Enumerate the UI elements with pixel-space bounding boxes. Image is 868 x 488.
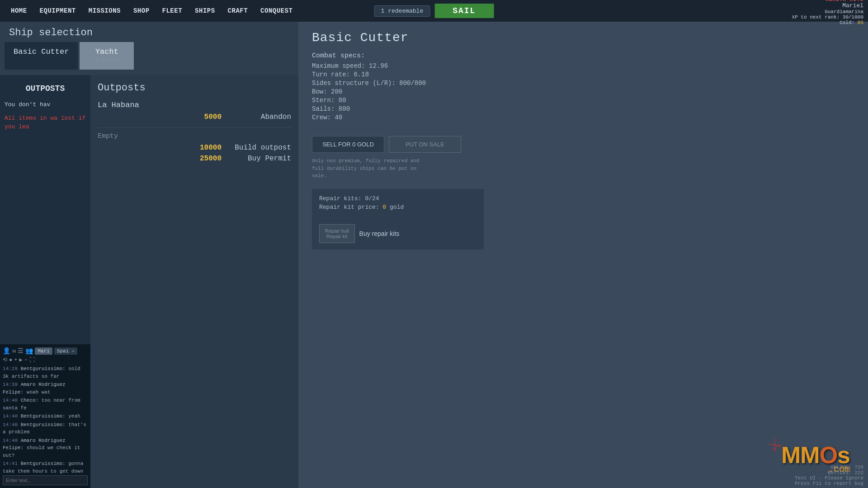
chat-input[interactable] <box>3 475 88 485</box>
player-name: Mariel <box>792 2 863 9</box>
top-navigation: HOME EQUIPMENT MISSIONS SHOP FLEET SHIPS… <box>0 0 868 22</box>
outposts-right-title: Outposts <box>98 82 291 94</box>
nav-equipment[interactable]: EQUIPMENT <box>33 7 82 14</box>
repair-buttons-row: Repair hull Repair kit Buy repair kits <box>319 224 476 243</box>
nav-missions[interactable]: MISSIONS <box>82 7 127 14</box>
chat-icon-list[interactable]: ☰ <box>18 347 24 355</box>
outpost-divider <box>98 127 291 128</box>
sell-button[interactable]: SELL FOR 0 GOLD <box>312 136 384 153</box>
chat-area: 👤 ✉ ☰ 👥 Mari Spai ✕ ⟲ ● + ▶ − ⛶ 14:29 Be… <box>0 344 90 488</box>
chat-message-line: 14:40 Bentguruissimo: yeah <box>3 413 88 420</box>
outpost-build-row: 10000 Build outpost <box>98 144 291 152</box>
chat-message-line: 14:41 Bentguruissimo: gonna take them ho… <box>3 460 88 474</box>
xp-info: XP to next rank: 30/1000 <box>792 14 863 20</box>
outpost-build-button[interactable]: Build outpost <box>228 144 291 152</box>
mmos-watermark: ⚔ MMOs .com <box>781 441 850 474</box>
spec-sides-structure: Sides structure (L/R): 800/800 <box>312 80 854 87</box>
ship-tab-yacht-sub: La Habana <box>89 58 125 64</box>
buy-repair-kits-button[interactable]: Buy repair kits <box>359 230 400 237</box>
sale-note: Only non premium, fully repaired and ful… <box>312 157 429 180</box>
report-note: Press F11 to report bug <box>795 481 863 486</box>
spec-max-speed: Maximum speed: 12.96 <box>312 62 854 70</box>
redeemable-badge[interactable]: 1 redeemable <box>374 5 430 17</box>
put-on-sale-button[interactable]: PUT ON SALE <box>389 136 461 153</box>
main-area: Ship selection Basic Cutter Yacht La Hab… <box>0 22 868 488</box>
spec-crew: Crew: 40 <box>312 114 854 121</box>
outpost-empty-label: Empty <box>98 132 291 140</box>
ship-detail-title: Basic Cutter <box>312 31 854 45</box>
nav-conquest[interactable]: CONQUEST <box>254 7 299 14</box>
chat-ctrl-next[interactable]: ▶ <box>19 357 22 363</box>
rank-label: Guardiamarina <box>792 9 863 14</box>
chat-icon-mail[interactable]: ✉ <box>12 347 16 355</box>
chat-ctrl-expand[interactable]: ⛶ <box>29 357 35 363</box>
nav-craft[interactable]: CRAFT <box>222 7 255 14</box>
spec-sails: Sails: 800 <box>312 105 854 113</box>
sail-button[interactable]: SAIL <box>434 4 494 18</box>
spec-stern: Stern: 80 <box>312 97 854 104</box>
right-panel: Basic Cutter Combat specs: Maximum speed… <box>298 22 868 488</box>
chat-message-line: 14:40 Amaro Rodriguez Felipe: should we … <box>3 437 88 460</box>
chat-ctrl-minus[interactable]: − <box>24 357 28 363</box>
chat-messages: 14:29 Bentguruissimo: sold 3k artifacts … <box>3 365 88 474</box>
outpost-permit-button[interactable]: Buy Permit <box>228 155 291 163</box>
chat-ctrl-add[interactable]: + <box>14 357 17 363</box>
outpost-la-habana-name: La Habana <box>98 101 291 109</box>
repair-section: Repair kits: 0/24 Repair kit price: 0 go… <box>312 189 484 249</box>
chat-channel-close[interactable]: ✕ <box>72 349 75 354</box>
chat-ctrl-circle[interactable]: ● <box>9 357 12 363</box>
chat-message-line: 14:39 Amaro Rodriguez Felipe: woah wat <box>3 381 88 396</box>
outposts-title: OUTPOSTS <box>5 84 86 93</box>
outpost-build-cost: 10000 <box>200 144 222 152</box>
outpost-abandon-cost: 5000 <box>204 113 222 121</box>
outpost-permit-cost: 25000 <box>200 155 222 163</box>
ship-tabs: Basic Cutter Yacht La Habana <box>0 42 298 70</box>
chat-message-line: 14:40 Checo: too near from santa fe <box>3 397 88 412</box>
nav-home[interactable]: HOME <box>5 7 33 14</box>
outpost-la-habana: La Habana 5000 Abandon <box>98 101 291 121</box>
gold-info: Cold: 85 <box>792 20 863 25</box>
ship-tab-yacht[interactable]: Yacht La Habana <box>80 42 134 70</box>
repair-kits-info: Repair kits: 0/24 <box>319 195 476 202</box>
ship-selection-header: Ship selection <box>0 22 298 42</box>
ship-actions: SELL FOR 0 GOLD PUT ON SALE Only non pre… <box>312 136 854 180</box>
nav-fleet[interactable]: FLEET <box>156 7 189 14</box>
outposts-right: Outposts La Habana 5000 Abandon Empty 10… <box>90 75 298 488</box>
repair-kit-price: Repair kit price: 0 gold <box>319 204 476 211</box>
repair-hull-button[interactable]: Repair hull Repair kit <box>319 224 355 243</box>
outpost-empty: Empty 10000 Build outpost 25000 Buy Perm… <box>98 132 291 163</box>
nav-shop[interactable]: SHOP <box>127 7 156 14</box>
chat-channel-mari[interactable]: Mari <box>35 347 52 355</box>
chat-message-line: 14:40 Bentguruissimo: that's a problem <box>3 421 88 436</box>
chat-icon-person[interactable]: 👤 <box>3 347 10 355</box>
ship-tab-basic-cutter[interactable]: Basic Cutter <box>5 42 78 70</box>
test-ui-note: Test UI - Please Ignore <box>795 475 863 481</box>
spec-bow: Bow: 200 <box>312 88 854 95</box>
chat-channel-spai[interactable]: Spai ✕ <box>54 347 77 355</box>
action-buttons-row: SELL FOR 0 GOLD PUT ON SALE <box>312 136 854 153</box>
outpost-permit-row: 25000 Buy Permit <box>98 155 291 163</box>
chat-icon-group[interactable]: 👥 <box>25 347 33 355</box>
ship-tab-basic-cutter-label: Basic Cutter <box>14 47 69 56</box>
nav-center-area: 1 redeemable SAIL <box>374 4 494 18</box>
chat-ctrl-prev[interactable]: ⟲ <box>3 357 7 363</box>
chat-controls: ⟲ ● + ▶ − ⛶ <box>3 357 88 363</box>
chat-message-line: 14:29 Bentguruissimo: sold 3k artifacts … <box>3 365 88 380</box>
outpost-abandon-button[interactable]: Abandon <box>228 113 291 121</box>
outposts-warning-red: All items in wa lost if you lea <box>5 114 86 131</box>
ship-tab-yacht-label: Yacht <box>89 47 125 56</box>
nav-right-area: HEALTH KITS Mariel Guardiamarina XP to n… <box>792 0 863 22</box>
combat-specs-title: Combat specs: <box>312 52 854 60</box>
chat-tabs: 👤 ✉ ☰ 👥 Mari Spai ✕ <box>3 347 88 355</box>
nav-ships[interactable]: SHIPS <box>189 7 222 14</box>
outpost-abandon-row: 5000 Abandon <box>98 113 291 121</box>
outposts-warning-text: You don't hav <box>5 100 86 109</box>
spec-turn-rate: Turn rate: 6.18 <box>312 71 854 78</box>
combat-specs-list: Maximum speed: 12.96 Turn rate: 6.18 Sid… <box>312 62 854 122</box>
